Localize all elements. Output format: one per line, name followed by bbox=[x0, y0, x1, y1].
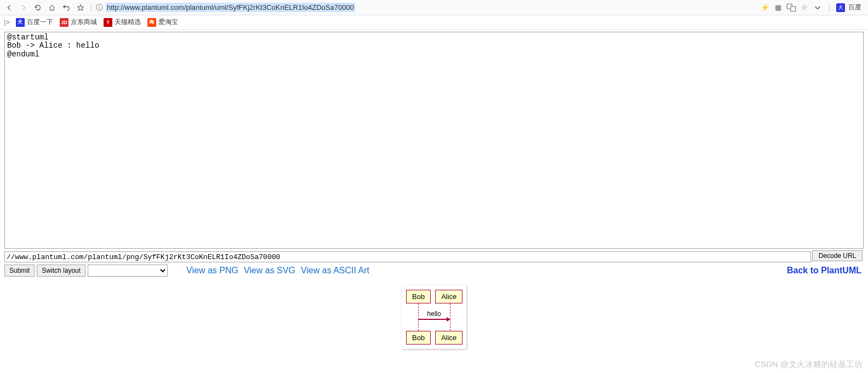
plantuml-diagram: Bob Alice hello Bob Alice bbox=[402, 285, 466, 349]
translate-icon[interactable] bbox=[786, 3, 796, 13]
submit-button[interactable]: Submit bbox=[4, 265, 35, 277]
bookmark-baidu[interactable]: ⽝百度一下 bbox=[14, 16, 55, 28]
bookmark-label: 百度一下 bbox=[27, 18, 53, 27]
bookmark-jd[interactable]: JD京东商城 bbox=[58, 16, 99, 28]
forward-button[interactable] bbox=[18, 2, 30, 14]
divider bbox=[91, 3, 92, 12]
search-engine-label[interactable]: 百度 bbox=[848, 3, 861, 12]
controls-row: Submit Switch layout View as PNG View as… bbox=[4, 265, 864, 277]
jd-icon: JD bbox=[60, 18, 68, 27]
qr-icon[interactable]: ▦ bbox=[773, 3, 783, 13]
watermark: CSDN @文火冰糖的硅基工坊 bbox=[755, 359, 863, 370]
info-icon[interactable]: ⓘ bbox=[95, 3, 104, 12]
home-button[interactable] bbox=[46, 2, 58, 14]
back-to-plantuml-link[interactable]: Back to PlantUML bbox=[787, 266, 861, 276]
plantuml-code-textarea[interactable] bbox=[4, 32, 864, 249]
bookmark-label: 京东商城 bbox=[71, 18, 97, 27]
chevron-down-icon[interactable] bbox=[813, 3, 823, 13]
bookmark-label: 天猫精选 bbox=[115, 18, 141, 27]
view-svg-link[interactable]: View as SVG bbox=[244, 266, 295, 276]
switch-layout-button[interactable]: Switch layout bbox=[37, 265, 85, 277]
message-arrow-icon bbox=[418, 319, 450, 320]
url-text[interactable]: http://www.plantuml.com/plantuml/uml/Syf… bbox=[106, 3, 355, 12]
back-button[interactable] bbox=[3, 2, 15, 14]
layout-select[interactable] bbox=[88, 265, 168, 277]
tmall-icon: T bbox=[104, 18, 112, 27]
svg-rect-1 bbox=[791, 6, 796, 11]
view-png-link[interactable]: View as PNG bbox=[186, 266, 238, 276]
baidu-icon: ⽝ bbox=[16, 18, 25, 27]
reload-button[interactable] bbox=[32, 2, 44, 14]
divider bbox=[829, 3, 830, 12]
participant-bob-bottom: Bob bbox=[406, 331, 431, 345]
undo-button[interactable] bbox=[60, 2, 72, 14]
main-content: Decode URL Submit Switch layout View as … bbox=[0, 30, 868, 351]
url-bar[interactable]: http://www.plantuml.com/plantuml/uml/Syf… bbox=[106, 3, 760, 12]
lightning-icon[interactable]: ⚡ bbox=[760, 3, 770, 13]
participant-alice-top: Alice bbox=[435, 290, 462, 303]
star-icon[interactable]: ☆ bbox=[800, 3, 809, 13]
bookmark-label: 爱淘宝 bbox=[158, 18, 178, 27]
bookmark-tmall[interactable]: T天猫精选 bbox=[101, 16, 143, 28]
participant-bob-top: Bob bbox=[406, 290, 431, 303]
participant-alice-bottom: Alice bbox=[435, 331, 462, 345]
favorite-button[interactable] bbox=[75, 2, 87, 14]
view-ascii-link[interactable]: View as ASCII Art bbox=[301, 266, 369, 276]
taobao-icon: 淘 bbox=[147, 18, 156, 27]
bookmarks-toggle-icon[interactable]: |> bbox=[2, 18, 12, 26]
browser-toolbar: ⓘ http://www.plantuml.com/plantuml/uml/S… bbox=[0, 0, 868, 15]
encoded-url-input[interactable] bbox=[4, 251, 811, 262]
bookmark-taobao[interactable]: 淘爱淘宝 bbox=[145, 16, 180, 28]
bookmarks-bar: |> ⽝百度一下 JD京东商城 T天猫精选 淘爱淘宝 bbox=[0, 15, 868, 30]
decode-url-button[interactable]: Decode URL bbox=[812, 250, 863, 261]
baidu-icon[interactable]: ⽝ bbox=[836, 3, 845, 12]
message-label: hello bbox=[406, 310, 462, 318]
